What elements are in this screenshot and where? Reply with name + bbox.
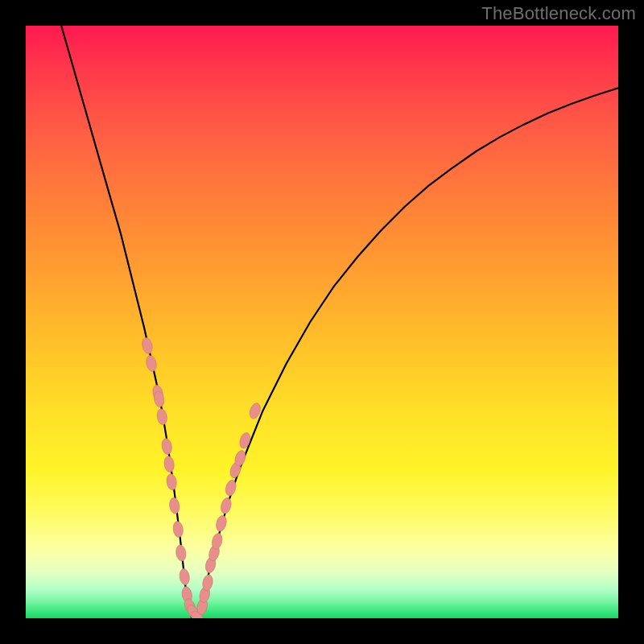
scatter-marker — [156, 408, 168, 426]
watermark-text: TheBottleneck.com — [481, 3, 636, 24]
scatter-marker — [215, 514, 228, 532]
scatter-marker — [166, 473, 177, 490]
scatter-marker — [168, 497, 180, 514]
scatter-marker — [141, 336, 154, 354]
scatter-marker — [161, 438, 173, 456]
chart-frame — [26, 26, 618, 618]
bottleneck-curve — [61, 26, 618, 618]
scatter-marker — [219, 497, 233, 514]
scatter-marker — [175, 544, 187, 561]
scatter-marker — [238, 431, 252, 450]
chart-svg-layer — [26, 26, 618, 618]
scatter-left-branch — [141, 336, 206, 618]
scatter-right-branch — [196, 402, 262, 615]
scatter-marker — [172, 521, 184, 538]
scatter-marker — [163, 456, 175, 473]
scatter-marker — [145, 354, 158, 372]
scatter-marker — [179, 568, 191, 585]
